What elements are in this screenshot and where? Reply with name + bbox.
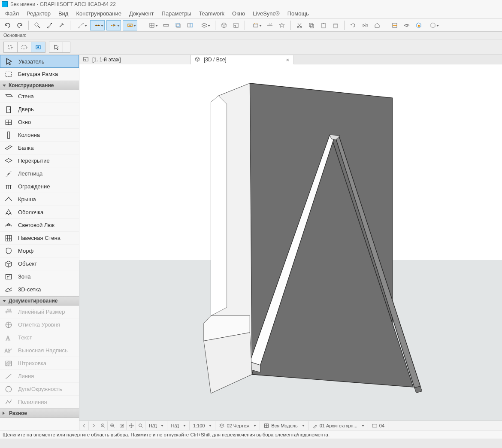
svg-rect-16 [254,24,258,27]
menu-помощь[interactable]: Помощь [284,9,312,18]
3d-viewport[interactable] [79,64,502,421]
tool-door-icon[interactable]: Дверь [0,103,79,116]
layers-dd-button[interactable] [197,20,212,30]
tab-0[interactable]: [1. 1-й этаж] [79,55,191,64]
tool-object-icon[interactable]: Объект [0,257,79,270]
mirror-button[interactable] [360,20,370,30]
menu-teamwork[interactable]: Teamwork [196,9,228,18]
pan-icon[interactable] [127,421,136,430]
tool-shell-icon[interactable]: Оболочка [0,206,79,219]
svg-line-65 [8,362,12,366]
tool-skylight-icon[interactable]: Световой Люк [0,219,79,232]
tab-1[interactable]: [3D / Все]× [191,55,294,65]
tool-polyline-icon[interactable]: Полилиния [0,396,79,409]
tool-morph-icon[interactable]: Морф [0,245,79,257]
redo-button[interactable] [15,20,25,30]
dimension-tool-button[interactable]: 1.2 [265,20,275,30]
tool-slab-icon[interactable]: Перекрытие [0,154,79,167]
menu-параметры[interactable]: Параметры [158,9,195,18]
zoom-fit-icon[interactable] [117,421,127,430]
tool-line-icon[interactable]: Линия [0,370,79,383]
tool-labelnote-icon[interactable]: A1Выносная Надпись [0,344,79,357]
inject-button[interactable] [56,20,67,30]
menu-вид[interactable]: Вид [55,9,72,18]
section-0[interactable]: Конструирование [0,81,79,90]
tool-roof-icon[interactable]: Крыша [0,193,79,206]
tool-text-icon[interactable]: AТекст [0,331,79,344]
guideline-1-button[interactable] [90,20,105,30]
zoom-out-icon[interactable] [98,421,108,430]
3d-window-button[interactable] [219,20,229,30]
copy-button[interactable] [306,20,317,30]
viewbar-field-0[interactable]: Н/Д [145,421,167,430]
tool-hatch-icon[interactable]: Штриховка [0,357,79,370]
floorplan-button[interactable] [231,20,241,30]
compare-button[interactable] [185,20,195,30]
infobox-btn-1[interactable] [4,42,18,52]
menu-конструирование[interactable]: Конструирование [73,9,124,18]
favorites-dd-button[interactable] [426,20,440,30]
trace-button[interactable] [173,20,183,30]
viewbar-field-3[interactable]: 02 Чертеж [215,421,260,430]
viewbar-field-2[interactable]: 1:100 [190,421,216,430]
tool-zone-icon[interactable]: Зона [0,270,79,283]
tool-curtainwall-icon[interactable]: Навесная Стена [0,232,79,245]
eyedrop-button[interactable] [44,20,54,30]
viewbar-field-5[interactable]: 01 Архитектурн... [308,421,368,430]
tool-stair-icon[interactable]: Лестница [0,167,79,180]
home-button[interactable] [372,20,382,30]
arc-icon [4,385,13,394]
tool-beam-icon[interactable]: Балка [0,142,79,154]
undo-button[interactable] [3,20,13,30]
guideline-3-button[interactable]: xy [123,20,137,30]
star-button[interactable] [277,20,287,30]
zoom-dd-icon[interactable] [136,421,145,430]
toolbox-sidebar: УказательБегущая РамкаКонструированиеСте… [0,55,79,430]
menu-файл[interactable]: Файл [2,9,22,18]
infobox-arrow-button[interactable] [49,42,63,52]
section-1[interactable]: Документирование [0,296,79,306]
infobox-btn-2[interactable] [18,42,31,52]
menu-livesync®[interactable]: LiveSync® [249,9,283,18]
ruler-button[interactable] [161,20,171,30]
lock-3d-button[interactable] [414,20,424,30]
caret-icon [3,412,6,415]
nav-back-icon[interactable] [79,421,89,430]
tool-window-icon[interactable]: Окно [0,116,79,129]
tool-level-icon[interactable]: Отметка Уровня [0,318,79,331]
close-icon[interactable]: × [285,57,290,63]
floorplan-cut-button[interactable] [390,20,400,30]
section-2[interactable]: Разное [0,409,79,418]
infobox-arrow-dd[interactable] [63,42,70,52]
measure-button[interactable] [74,20,88,30]
grid-button[interactable] [145,20,159,30]
tool-arc-icon[interactable]: Дуга/Окружность [0,383,79,396]
zoom-in-icon[interactable] [108,421,117,430]
pick-button[interactable] [32,20,42,30]
tool-railing-icon[interactable]: Ограждение [0,180,79,193]
infobox-toolbar [0,39,502,55]
viewmode-button[interactable] [402,20,412,30]
viewbar-field-6[interactable]: 04 [368,421,388,430]
viewbar-field-4[interactable]: Вся Модель [260,421,308,430]
menu-редактор[interactable]: Редактор [23,9,54,18]
section-dd-button[interactable] [248,20,263,30]
rotate-button[interactable] [348,20,358,30]
tool-wall-icon[interactable]: Стена [0,90,79,103]
svg-rect-14 [190,24,193,27]
nav-fwd-icon[interactable] [89,421,98,430]
infobox-btn-3[interactable] [31,42,45,52]
tool-arrow-icon[interactable]: Указатель [0,55,79,68]
tool-column-icon[interactable]: Колонна [0,129,79,142]
guideline-2-button[interactable] [106,20,121,30]
menu-окно[interactable]: Окно [229,9,248,18]
caret-icon [3,85,6,87]
cut-button[interactable] [294,20,305,30]
paste-button[interactable] [318,20,329,30]
tool-marquee-icon[interactable]: Бегущая Рамка [0,68,79,81]
viewbar-field-1[interactable]: Н/Д [167,421,189,430]
delete-button[interactable] [330,20,341,30]
tool-mesh-icon[interactable]: 3D-сетка [0,283,79,296]
menu-документ[interactable]: Документ [126,9,157,18]
tool-dim-icon[interactable]: 1.2Линейный Размер [0,306,79,318]
